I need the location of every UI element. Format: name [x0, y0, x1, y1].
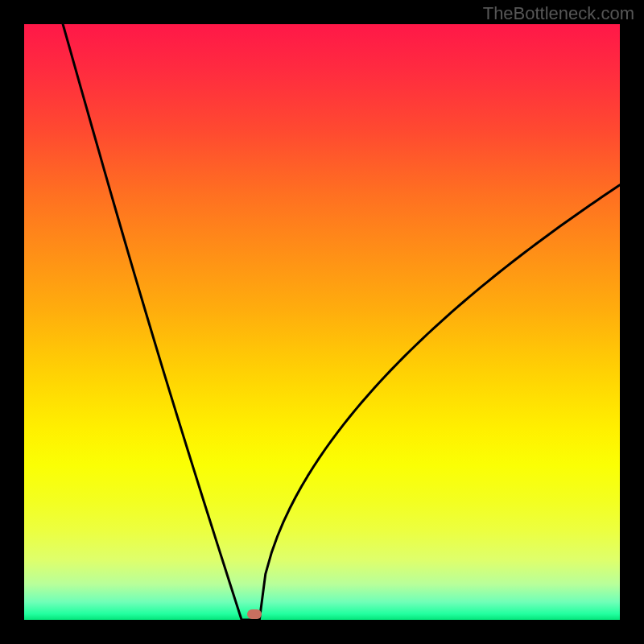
- bottleneck-curve: [24, 24, 620, 620]
- chart-container: TheBottleneck.com: [0, 0, 644, 644]
- plot-area: [24, 24, 620, 620]
- watermark-text: TheBottleneck.com: [483, 3, 634, 24]
- optimum-marker: [247, 609, 262, 619]
